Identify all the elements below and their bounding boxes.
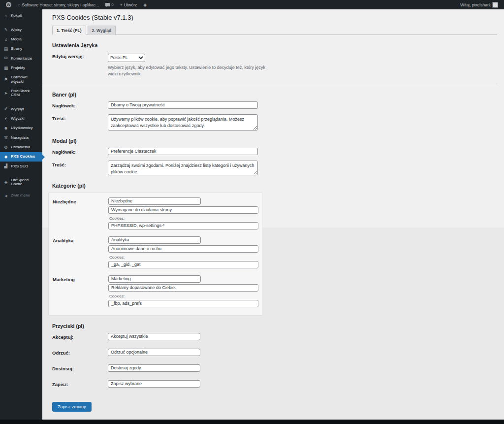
page-title: PXS Cookies (Stable v7.1.3): [52, 9, 497, 23]
sidebar-item-label: Media: [11, 37, 22, 42]
sidebar-item-label: Zwiń menu: [11, 194, 30, 198]
sidebar-item-label: Darmowe wtyczki: [11, 75, 39, 84]
new-content-label: Utwórz: [124, 2, 137, 7]
sidebar-item-label: Narzędzia: [11, 136, 29, 140]
plus-icon: +: [120, 2, 123, 7]
sidebar-item-label: Wygląd: [11, 107, 24, 112]
sidebar-item-kokpit[interactable]: ⌂ Kokpit: [0, 11, 42, 21]
sidebar-item-narzedzia[interactable]: ⚒ Narzędzia: [0, 133, 42, 142]
category-name-input[interactable]: [108, 236, 201, 244]
dostosuj-label: Dostosuj:: [52, 364, 108, 372]
greeting-text: Witaj, pixelshark: [460, 2, 491, 7]
odrzuc-label: Odrzuć:: [52, 349, 108, 356]
sidebar-item-strony[interactable]: ▤ Strony: [0, 44, 42, 54]
sidebar-item-label: Wtyczki: [11, 117, 25, 121]
comments-icon: ✉: [3, 56, 8, 61]
sidebar-item-label: PXS SEO: [11, 164, 28, 169]
sidebar-item-wtyczki[interactable]: ⚡ Wtyczki: [0, 114, 42, 124]
comments-icon: [105, 3, 110, 6]
projects-icon: ▦: [3, 66, 8, 70]
section-heading-kategorie: Kategorie (pl): [52, 183, 497, 189]
section-heading-baner: Baner (pl): [52, 92, 497, 98]
zapisz-input[interactable]: [108, 380, 200, 388]
sidebar-item-label: Wpisy: [11, 28, 22, 33]
sidebar-item-litespeed-cache[interactable]: ◈ LiteSpeed Cache: [0, 176, 42, 190]
modal-naglowek-input[interactable]: [108, 148, 258, 155]
cookies-label: Cookies:: [109, 255, 258, 260]
category-cookies-input[interactable]: [108, 222, 258, 229]
save-changes-button[interactable]: Zapisz zmiany: [52, 402, 92, 412]
tab-bar: 1. Treść (PL) 2. Wygląd: [52, 25, 497, 35]
tab-tresc-pl[interactable]: 1. Treść (PL): [52, 26, 86, 35]
modal-tresc-label: Treść:: [52, 161, 108, 175]
category-name-input[interactable]: [108, 197, 201, 205]
cookies-label: Cookies:: [109, 216, 258, 221]
modal-tresc-textarea[interactable]: Zarządzaj swoimi zgodami. Poniżej znajdz…: [108, 161, 258, 175]
site-name: Software House: strony, sklepy i aplikac…: [22, 2, 99, 7]
sidebar-collapse-menu[interactable]: ◀ Zwiń menu: [0, 191, 42, 200]
category-desc-input[interactable]: [108, 206, 258, 214]
sidebar-item-komentarze[interactable]: ✉ Komentarze: [0, 54, 42, 63]
sidebar-item-pxs-seo[interactable]: ▟ PXS SEO: [0, 162, 42, 171]
modal-tresc-row: Treść: Zarządzaj swoimi zgodami. Poniżej…: [52, 161, 497, 175]
category-desc-input[interactable]: [108, 284, 258, 292]
wordpress-logo-icon: W: [6, 2, 11, 7]
category-niezbedne: Niezbędne Cookies:: [53, 197, 258, 229]
plugins-icon: ⚡: [3, 117, 8, 121]
category-name-input[interactable]: [108, 275, 201, 283]
my-account-menu[interactable]: Witaj, pixelshark: [458, 0, 500, 9]
category-desc-input[interactable]: [108, 245, 258, 253]
language-row: Edytuj wersję: Polski PL Wybierz język, …: [52, 52, 497, 78]
sidebar-item-uzytkownicy[interactable]: ☻ Użytkownicy: [0, 124, 42, 133]
appearance-icon: ✐: [3, 107, 8, 111]
new-content-menu[interactable]: + Utwórz: [118, 0, 139, 9]
baner-tresc-textarea[interactable]: Używamy plików cookie, aby poprawić jako…: [108, 114, 258, 130]
avatar: [492, 2, 498, 8]
cookies-label: Cookies:: [109, 294, 258, 298]
sidebar-item-projekty[interactable]: ▦ Projekty: [0, 64, 42, 73]
baner-tresc-label: Treść:: [52, 114, 108, 130]
sidebar-item-label: PixelShark CRM: [11, 89, 39, 98]
akceptuj-label: Akceptuj:: [52, 333, 108, 340]
category-label: Niezbędne: [53, 197, 108, 229]
dashboard-icon: ⌂: [3, 14, 8, 18]
button-odrzuc-row: Odrzuć:: [52, 349, 497, 356]
language-select[interactable]: Polski PL: [108, 54, 145, 62]
sidebar-item-label: Ustawienia: [11, 145, 30, 150]
button-dostosuj-row: Dostosuj:: [52, 364, 497, 372]
tools-icon: ⚒: [3, 135, 8, 140]
admin-sidebar: ⌂ Kokpit ✎ Wpisy ♫ Media ▤ Strony ✉ Kome…: [0, 9, 42, 420]
sidebar-item-ustawienia[interactable]: ⚙ Ustawienia: [0, 143, 42, 152]
categories-box: Niezbędne Cookies: Analityka Cookies: Ma…: [48, 193, 262, 316]
category-analityka: Analityka Cookies:: [53, 236, 258, 268]
sidebar-item-label: LiteSpeed Cache: [11, 178, 39, 187]
sidebar-item-wyglad[interactable]: ✐ Wygląd: [0, 104, 42, 114]
odrzuc-input[interactable]: [108, 349, 200, 356]
main-content: PXS Cookies (Stable v7.1.3) 1. Treść (PL…: [42, 9, 504, 420]
users-icon: ☻: [3, 126, 8, 130]
litespeed-adminbar-menu[interactable]: ◈: [141, 0, 149, 9]
sidebar-item-label: Użytkownicy: [11, 126, 32, 130]
sidebar-item-label: PXS Cookies: [11, 155, 35, 159]
sidebar-item-pixelshark-crm[interactable]: ➤ PixelShark CRM: [0, 87, 42, 100]
category-cookies-input[interactable]: [108, 261, 258, 268]
sidebar-item-media[interactable]: ♫ Media: [0, 35, 42, 44]
admin-bar: W ⌂ Software House: strony, sklepy i apl…: [0, 0, 504, 9]
site-link[interactable]: ⌂ Software House: strony, sklepy i aplik…: [16, 0, 101, 9]
sidebar-item-wpisy[interactable]: ✎ Wpisy: [0, 25, 42, 34]
zapisz-label: Zapisz:: [52, 380, 108, 388]
baner-naglowek-input[interactable]: [108, 101, 258, 109]
chart-icon: ▟: [3, 164, 8, 168]
sidebar-item-pxs-cookies[interactable]: ◆ PXS Cookies: [0, 152, 42, 162]
category-cookies-input[interactable]: [108, 300, 258, 307]
wordpress-logo-menu[interactable]: W: [4, 0, 13, 9]
section-heading-przyciski: Przyciski (pl): [52, 323, 497, 329]
button-zapisz-row: Zapisz:: [52, 380, 497, 388]
sidebar-item-darmowe-wtyczki[interactable]: ⚑ Darmowe wtyczki: [0, 73, 42, 87]
dostosuj-input[interactable]: [108, 364, 200, 372]
akceptuj-input[interactable]: [108, 333, 200, 340]
tab-wyglad[interactable]: 2. Wygląd: [88, 26, 116, 35]
comments-shortcut[interactable]: 0: [103, 0, 115, 9]
bottom-strip: [0, 420, 504, 424]
category-label: Marketing: [53, 275, 108, 307]
